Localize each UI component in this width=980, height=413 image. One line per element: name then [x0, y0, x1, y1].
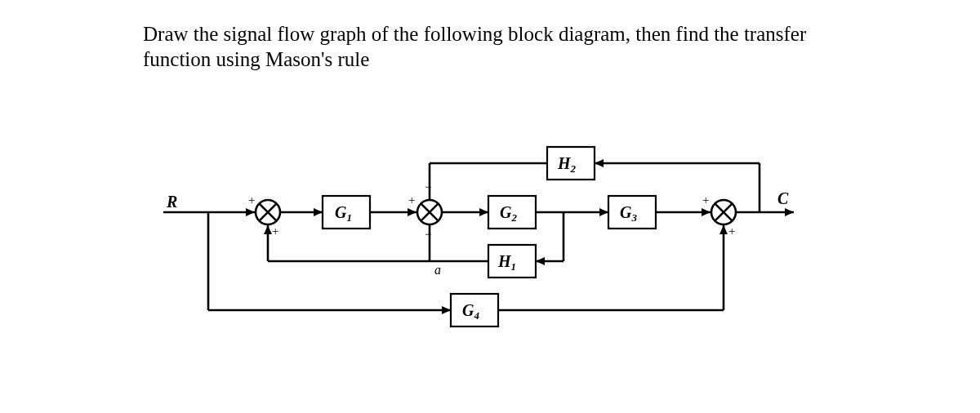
arrowhead-icon — [599, 208, 608, 216]
problem-statement: Draw the signal flow graph of the follow… — [143, 21, 878, 73]
sign-sum3-bot: + — [728, 224, 735, 238]
sign-sum2-top-left: + — [408, 193, 415, 206]
block-diagram: R + + G1 + − − G2 — [163, 139, 800, 361]
summing-junction-2 — [417, 200, 442, 224]
problem-line-1: Draw the signal flow graph of the follow… — [143, 23, 806, 45]
arrowhead-icon — [702, 208, 710, 216]
problem-line-2: function using Mason's rule — [143, 48, 369, 70]
arrowhead-icon — [264, 225, 272, 234]
arrowhead-icon — [442, 306, 451, 314]
annotation-a: a — [434, 263, 441, 277]
arrowhead-icon — [595, 159, 604, 167]
arrowhead-icon — [479, 208, 488, 216]
arrowhead-icon — [246, 208, 255, 216]
arrowhead-icon — [719, 225, 728, 234]
output-label: C — [777, 189, 789, 207]
summing-junction-1 — [256, 200, 280, 224]
arrowhead-icon — [314, 208, 323, 216]
arrowhead-icon — [785, 208, 794, 216]
arrowhead-icon — [536, 257, 545, 265]
input-label: R — [166, 193, 177, 211]
sign-sum1-bot: + — [272, 224, 278, 238]
summing-junction-3 — [711, 200, 736, 224]
sign-sum1-top: + — [248, 193, 255, 206]
arrowhead-icon — [408, 208, 416, 216]
sign-sum3-top: + — [702, 193, 709, 206]
